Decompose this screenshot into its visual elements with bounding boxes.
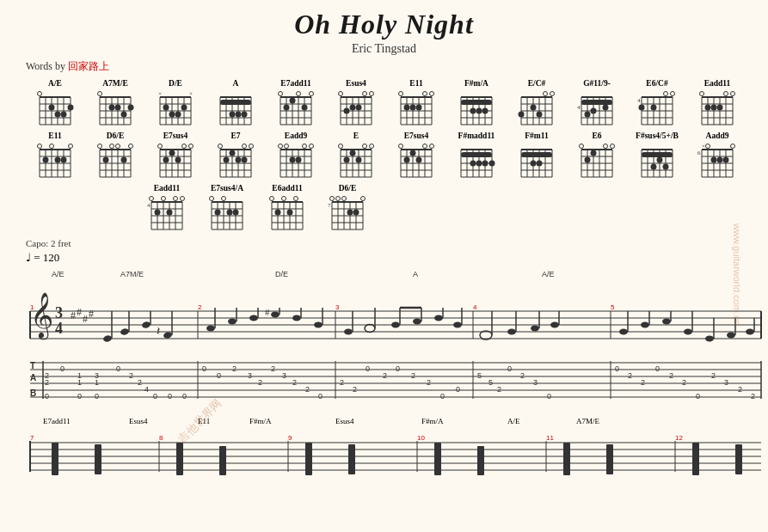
- svg-point-442: [275, 210, 281, 216]
- svg-text:0: 0: [456, 385, 460, 394]
- svg-text:2: 2: [497, 385, 501, 394]
- svg-point-174: [651, 105, 657, 111]
- svg-point-373: [651, 164, 657, 170]
- svg-point-426: [227, 210, 233, 216]
- chord-eadd11: Eadd11: [688, 79, 746, 128]
- svg-point-443: [287, 210, 293, 216]
- svg-point-110: [410, 105, 416, 111]
- svg-text:5: 5: [477, 371, 482, 380]
- svg-text:1: 1: [77, 378, 82, 387]
- svg-text:2: 2: [520, 371, 525, 380]
- svg-text:𝄽: 𝄽: [157, 327, 160, 335]
- chord-esus4: Esus4: [327, 79, 385, 128]
- svg-point-92: [344, 108, 350, 114]
- svg-point-526: [507, 329, 516, 335]
- bottom-chord-labels: E7add11 Esus4 E11 F#m/A Esus4 F#m/A A/E …: [26, 417, 742, 425]
- svg-text:0: 0: [95, 392, 99, 401]
- svg-point-522: [453, 322, 462, 328]
- svg-rect-157: [581, 100, 612, 105]
- svg-rect-634: [95, 444, 101, 474]
- svg-rect-642: [606, 444, 613, 474]
- svg-text:3: 3: [282, 371, 286, 380]
- svg-text:2: 2: [751, 392, 755, 401]
- words-by-label: Words by: [26, 60, 68, 72]
- svg-point-228: [121, 157, 127, 163]
- svg-point-30: [128, 105, 134, 111]
- svg-text:0: 0: [153, 392, 157, 401]
- svg-point-542: [727, 333, 735, 339]
- svg-point-31: [98, 92, 102, 96]
- svg-text:0: 0: [507, 364, 512, 373]
- svg-text:0: 0: [77, 392, 82, 401]
- svg-rect-326: [461, 152, 492, 157]
- svg-point-309: [399, 144, 403, 149]
- svg-point-441: [294, 197, 298, 201]
- svg-point-14: [68, 105, 74, 111]
- svg-text:A: A: [30, 373, 36, 382]
- svg-point-528: [531, 326, 539, 332]
- bottom-section: E7add11 Esus4 E11 F#m/A Esus4 F#m/A A/E …: [26, 417, 742, 498]
- chord-label-11: Esus4: [335, 417, 421, 425]
- svg-point-208: [69, 144, 73, 149]
- title-section: Oh Holy Night Eric Tingstad: [26, 9, 742, 56]
- svg-point-327: [470, 161, 476, 167]
- chord-fsharp-m11: F#m11: [507, 131, 566, 180]
- svg-text:0: 0: [440, 392, 445, 401]
- svg-point-227: [103, 157, 109, 163]
- svg-point-277: [303, 144, 307, 149]
- svg-point-61: [230, 112, 236, 118]
- svg-text:A/E: A/E: [542, 270, 555, 278]
- chord-ec-sharp: E/C#: [507, 79, 566, 128]
- svg-point-207: [50, 144, 54, 149]
- svg-text:2: 2: [138, 378, 142, 387]
- svg-point-80: [310, 92, 314, 96]
- sheet-music-svg: A/E A7M/E D/E A A/E 𝄞 3 4 #: [26, 268, 765, 410]
- svg-point-530: [550, 322, 559, 328]
- svg-text:#: #: [71, 309, 76, 321]
- svg-point-538: [684, 329, 692, 335]
- svg-text:1: 1: [30, 303, 34, 311]
- song-subtitle: Eric Tingstad: [26, 42, 742, 56]
- svg-text:0: 0: [696, 392, 700, 401]
- svg-text:×: ×: [189, 90, 193, 97]
- chord-e7: E7: [206, 131, 265, 180]
- svg-text:T: T: [30, 361, 35, 370]
- svg-text:0: 0: [217, 371, 221, 380]
- chord-label-12: F#m/A: [421, 417, 507, 425]
- svg-text:2: 2: [129, 371, 133, 380]
- svg-text:2: 2: [353, 385, 357, 394]
- svg-point-357: [585, 157, 591, 163]
- svg-text:2: 2: [641, 378, 645, 387]
- svg-point-502: [249, 315, 258, 321]
- svg-point-257: [218, 144, 223, 149]
- svg-point-258: [243, 144, 247, 149]
- svg-text:2: 2: [669, 371, 673, 380]
- svg-point-390: [717, 157, 723, 163]
- svg-text:2: 2: [340, 378, 344, 387]
- svg-point-142: [531, 105, 537, 111]
- svg-point-11: [49, 105, 55, 111]
- svg-point-224: [110, 144, 114, 149]
- svg-rect-644: [735, 444, 742, 474]
- svg-point-314: [416, 157, 422, 163]
- svg-rect-643: [692, 443, 699, 475]
- chord-label-13: A/E: [507, 417, 576, 425]
- svg-point-513: [365, 325, 375, 333]
- svg-point-359: [604, 144, 608, 149]
- words-by-link[interactable]: 回家路上: [68, 60, 109, 72]
- svg-text:0: 0: [547, 392, 551, 401]
- svg-point-144: [544, 92, 548, 96]
- svg-text:8: 8: [159, 434, 163, 442]
- chord-diagrams: A/E: [26, 79, 742, 233]
- svg-text:10: 10: [417, 434, 425, 442]
- music-section: A/E A7M/E D/E A A/E 𝄞 3 4 #: [26, 268, 742, 413]
- chord-eadd11-r3: Eadd11: [138, 184, 196, 233]
- svg-point-329: [482, 161, 488, 167]
- svg-point-260: [224, 157, 230, 163]
- svg-point-492: [120, 327, 129, 335]
- svg-point-507: [292, 315, 301, 321]
- svg-text:D/E: D/E: [275, 270, 288, 278]
- svg-text:4: 4: [473, 303, 477, 311]
- svg-text:2: 2: [411, 371, 415, 380]
- chord-label-14: A7M/E: [576, 417, 645, 425]
